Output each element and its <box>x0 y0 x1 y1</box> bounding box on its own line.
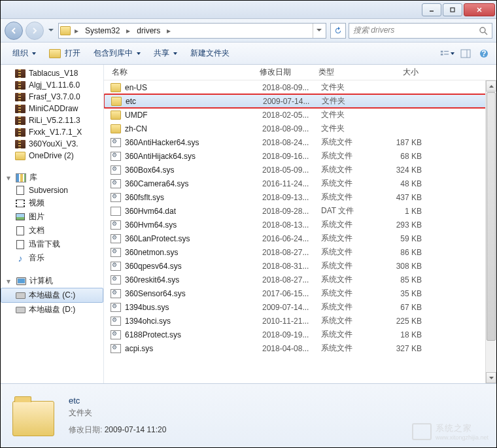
include-in-library-menu[interactable]: 包含到库中 <box>87 45 147 61</box>
organize-menu[interactable]: 组织 <box>6 45 43 61</box>
file-size: 85 KB <box>375 275 427 284</box>
file-name: 360reskit64.sys <box>125 275 179 284</box>
chevron-right-icon[interactable]: ▸ <box>73 26 80 35</box>
file-row[interactable]: etc 2009-07-14... 文件夹 <box>104 94 496 108</box>
refresh-button[interactable] <box>330 23 346 39</box>
sys-icon <box>111 165 121 175</box>
scroll-up-button[interactable] <box>486 80 496 92</box>
folder-thumbnail-icon <box>10 392 58 440</box>
preview-pane-button[interactable] <box>458 47 473 60</box>
file-row[interactable]: 360netmon.sys 2018-08-27... 系统文件 86 KB <box>104 245 496 259</box>
back-button[interactable] <box>5 22 23 40</box>
sidebar-item-label: Algj_V1.11.6.0 <box>29 80 80 90</box>
sidebar-item-label: 本地磁盘 (C:) <box>29 290 75 301</box>
file-row[interactable]: 360Camera64.sys 2016-11-24... 系统文件 48 KB <box>104 177 496 190</box>
close-button[interactable] <box>464 3 495 16</box>
file-row[interactable]: 1394ohci.sys 2010-11-21... 系统文件 225 KB <box>104 314 496 328</box>
file-size: 187 KB <box>375 138 427 147</box>
view-options-button[interactable] <box>440 47 454 60</box>
new-folder-button[interactable]: 新建文件夹 <box>184 45 236 61</box>
file-row[interactable]: en-US 2018-08-09... 文件夹 <box>104 80 496 94</box>
file-row[interactable]: 1394bus.sys 2009-07-14... 系统文件 67 KB <box>104 300 496 314</box>
nav-history-dropdown[interactable] <box>46 24 56 38</box>
file-date: 2018-08-27... <box>257 275 316 284</box>
address-dropdown[interactable] <box>313 24 324 38</box>
search-icon <box>479 26 488 35</box>
scroll-down-button[interactable] <box>486 372 496 383</box>
forward-button[interactable] <box>26 22 44 40</box>
share-menu[interactable]: 共享 <box>147 45 184 61</box>
file-row[interactable]: 360Box64.sys 2018-05-09... 系统文件 324 KB <box>104 163 496 177</box>
sidebar-item[interactable]: MiniCADDraw <box>1 103 103 114</box>
search-input[interactable]: 搜索 drivers <box>349 23 492 39</box>
file-row[interactable]: acpi.sys 2018-04-08... 系统文件 327 KB <box>104 341 496 355</box>
file-row[interactable]: 360LanProtect.sys 2016-06-24... 系统文件 59 … <box>104 232 496 245</box>
column-name[interactable]: 名称 <box>104 65 254 80</box>
file-date: 2018-08-31... <box>257 262 316 271</box>
sidebar-drive[interactable]: 本地磁盘 (C:) <box>1 288 103 303</box>
minimize-button[interactable] <box>422 3 441 16</box>
column-type[interactable]: 类型 <box>313 65 372 80</box>
doc-icon <box>15 240 26 249</box>
file-row[interactable]: UMDF 2018-02-05... 文件夹 <box>104 108 496 122</box>
file-row[interactable]: 360Hvm64.sys 2018-08-13... 系统文件 293 KB <box>104 218 496 232</box>
file-row[interactable]: 360Sensor64.sys 2017-06-15... 系统文件 35 KB <box>104 286 496 300</box>
file-row[interactable]: zh-CN 2018-08-09... 文件夹 <box>104 122 496 135</box>
sidebar-item[interactable]: 文档 <box>1 224 103 237</box>
svg-line-5 <box>485 32 487 35</box>
folder-icon <box>111 111 121 120</box>
chevron-down-icon <box>451 52 454 55</box>
sidebar-item[interactable]: OneDrive (2) <box>1 150 103 162</box>
sidebar-item[interactable]: Fxxk_V1.7.1_X <box>1 126 103 138</box>
breadcrumb-segment[interactable]: System32 <box>82 25 122 37</box>
sidebar-item[interactable]: Subversion <box>1 184 103 196</box>
sys-icon <box>111 303 121 312</box>
sidebar-item[interactable]: RiLi_V5.2.11.3 <box>1 114 103 126</box>
file-row[interactable]: 360reskit64.sys 2018-08-27... 系统文件 85 KB <box>104 273 496 286</box>
address-bar[interactable]: ▸ System32 ▸ drivers ▸ <box>58 23 326 39</box>
chevron-right-icon[interactable]: ▸ <box>125 26 131 35</box>
file-date: 2016-11-24... <box>257 179 316 188</box>
breadcrumb-segment[interactable]: drivers <box>134 25 163 37</box>
sidebar-item[interactable]: 迅雷下载 <box>1 237 103 251</box>
chevron-right-icon[interactable]: ▸ <box>165 26 172 35</box>
file-row[interactable]: 360qpesv64.sys 2018-08-31... 系统文件 308 KB <box>104 259 496 273</box>
sys-icon <box>111 317 121 326</box>
file-date: 2016-06-24... <box>257 234 316 243</box>
sidebar-libraries-header[interactable]: ▾库 <box>1 171 103 184</box>
file-name: 360netmon.sys <box>125 248 178 257</box>
sidebar-drive[interactable]: 本地磁盘 (D:) <box>1 303 103 317</box>
open-button[interactable]: 打开 <box>43 45 87 61</box>
scrollbar[interactable] <box>485 80 496 383</box>
archive-icon <box>15 92 26 101</box>
sys-icon <box>111 275 121 284</box>
sidebar-item[interactable]: 360YouXi_V3. <box>1 138 103 150</box>
file-name: acpi.sys <box>125 344 153 353</box>
file-row[interactable]: 360AntiHijack64.sys 2018-09-16... 系统文件 6… <box>104 149 496 163</box>
svg-point-4 <box>480 27 485 33</box>
file-size: 59 KB <box>375 234 427 243</box>
file-row[interactable]: 6188Protect.sys 2018-09-19... 系统文件 18 KB <box>104 328 496 341</box>
open-folder-icon <box>49 49 61 58</box>
file-row[interactable]: 360Hvm64.dat 2018-09-28... DAT 文件 1 KB <box>104 204 496 218</box>
sidebar-item[interactable]: Frasf_V3.7.0.0 <box>1 91 103 103</box>
file-row[interactable]: 360AntiHacker64.sys 2018-08-24... 系统文件 1… <box>104 135 496 149</box>
help-button[interactable]: ? <box>477 47 491 60</box>
maximize-button[interactable] <box>443 3 462 16</box>
archive-icon <box>15 139 26 148</box>
sidebar-item[interactable]: Algj_V1.11.6.0 <box>1 79 103 91</box>
sidebar-item[interactable]: Tablacus_V18 <box>1 67 103 79</box>
pic-icon <box>15 213 26 222</box>
scroll-thumb[interactable] <box>487 92 496 341</box>
sidebar-item[interactable]: 图片 <box>1 210 103 224</box>
search-placeholder: 搜索 drivers <box>353 25 394 36</box>
column-date[interactable]: 修改日期 <box>254 65 313 80</box>
sidebar-computer-header[interactable]: ▾计算机 <box>1 274 103 288</box>
sidebar-item[interactable]: ♪音乐 <box>1 251 103 265</box>
column-size[interactable]: 大小 <box>372 65 424 80</box>
sidebar-item[interactable]: 视频 <box>1 196 103 210</box>
file-type: 文件夹 <box>317 95 375 107</box>
sys-icon <box>111 152 121 161</box>
file-row[interactable]: 360fsflt.sys 2018-09-13... 系统文件 437 KB <box>104 190 496 204</box>
video-icon <box>15 199 26 208</box>
